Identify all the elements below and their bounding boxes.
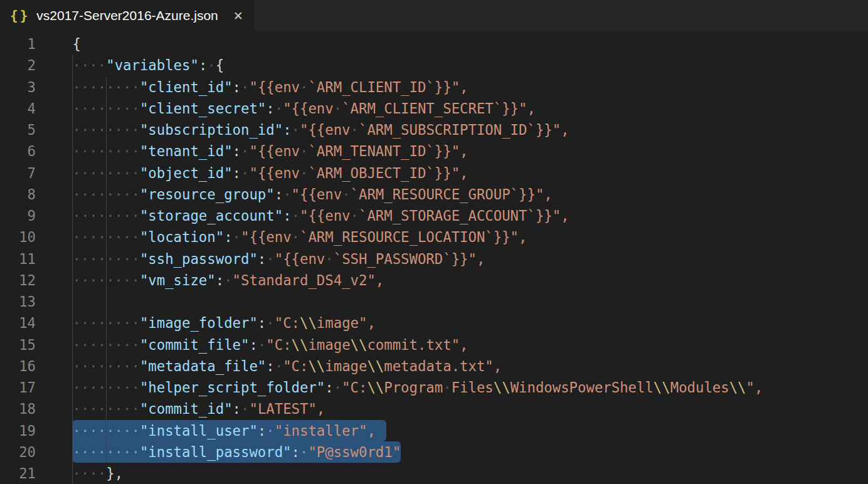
code-text: {	[36, 33, 81, 55]
code-text: ········"image_folder":·"C:\\image",	[36, 312, 376, 334]
code-text: ····},	[36, 463, 123, 484]
code-text: ········"ssh_password":·"{{env·`SSH_PASS…	[36, 248, 485, 270]
code-text: ········"tenant_id":·"{{env·`ARM_TENANT_…	[36, 140, 468, 162]
code-line[interactable]: 16········"metadata_file":·"C:\\image\\m…	[0, 355, 763, 377]
code-text: ········"helper_script_folder":·"C:\\Pro…	[36, 377, 763, 398]
line-number: 20	[0, 441, 36, 463]
line-number: 7	[0, 162, 36, 184]
code-text: ········"client_id":·"{{env·`ARM_CLIENT_…	[36, 76, 468, 98]
code-line[interactable]: 19········"install_user":·"installer",	[0, 420, 763, 441]
line-number: 6	[0, 140, 36, 162]
code-line[interactable]: 18········"commit_id":·"LATEST",	[0, 398, 763, 419]
code-text	[36, 291, 73, 312]
vscode-window: {} vs2017-Server2016-Azure.json ✕ 1{2···…	[0, 0, 868, 484]
json-braces-icon: {}	[10, 8, 29, 23]
code-text: ········"install_user":·"installer",	[36, 420, 376, 441]
code-line[interactable]: 12········"vm_size":·"Standard_DS4_v2",	[0, 270, 763, 291]
code-line[interactable]: 8········"resource_group":·"{{env·`ARM_R…	[0, 184, 763, 205]
code-text: ········"commit_file":·"C:\\image\\commi…	[36, 334, 468, 355]
code-line[interactable]: 4········"client_secret":·"{{env·`ARM_CL…	[0, 98, 763, 119]
tab-bar: {} vs2017-Server2016-Azure.json ✕	[0, 0, 868, 31]
code-text: ········"resource_group":·"{{env·`ARM_RE…	[36, 184, 553, 205]
close-icon[interactable]: ✕	[233, 10, 243, 22]
line-number: 2	[0, 55, 36, 76]
code-line[interactable]: 1{	[0, 33, 763, 55]
code-text: ········"client_secret":·"{{env·`ARM_CLI…	[36, 98, 536, 119]
code-text: ········"install_password":·"P@ssw0rd1"	[36, 441, 401, 463]
tab-vs2017-server2016-azure-json[interactable]: {} vs2017-Server2016-Azure.json ✕	[0, 0, 255, 31]
line-number: 9	[0, 205, 36, 226]
line-number: 1	[0, 33, 36, 55]
line-number: 21	[0, 463, 36, 484]
code-line[interactable]: 3········"client_id":·"{{env·`ARM_CLIENT…	[0, 76, 763, 98]
code-text: ········"subscription_id":·"{{env·`ARM_S…	[36, 119, 569, 140]
code-lines: 1{2····"variables":·{3········"client_id…	[0, 33, 763, 484]
line-number: 14	[0, 312, 36, 334]
code-line[interactable]: 9········"storage_account":·"{{env·`ARM_…	[0, 205, 763, 226]
code-line[interactable]: 6········"tenant_id":·"{{env·`ARM_TENANT…	[0, 140, 763, 162]
code-line[interactable]: 5········"subscription_id":·"{{env·`ARM_…	[0, 119, 763, 140]
line-number: 16	[0, 355, 36, 377]
code-line[interactable]: 10········"location":·"{{env·`ARM_RESOUR…	[0, 226, 763, 248]
line-number: 17	[0, 377, 36, 398]
line-number: 3	[0, 76, 36, 98]
line-number: 18	[0, 398, 36, 419]
code-line[interactable]: 15········"commit_file":·"C:\\image\\com…	[0, 334, 763, 355]
code-line[interactable]: 21····},	[0, 463, 763, 484]
line-number: 11	[0, 248, 36, 270]
code-line[interactable]: 13	[0, 291, 763, 312]
line-number: 19	[0, 420, 36, 441]
code-line[interactable]: 7········"object_id":·"{{env·`ARM_OBJECT…	[0, 162, 763, 184]
code-text: ····"variables":·{	[36, 55, 224, 76]
code-text: ········"metadata_file":·"C:\\image\\met…	[36, 355, 502, 377]
tab-title: vs2017-Server2016-Azure.json	[36, 8, 218, 23]
line-number: 4	[0, 98, 36, 119]
code-text: ········"commit_id":·"LATEST",	[36, 398, 325, 419]
code-text: ········"location":·"{{env·`ARM_RESOURCE…	[36, 226, 527, 248]
code-text: ········"storage_account":·"{{env·`ARM_S…	[36, 205, 569, 226]
code-line[interactable]: 2····"variables":·{	[0, 55, 763, 76]
line-number: 5	[0, 119, 36, 140]
line-number: 13	[0, 291, 36, 312]
line-number: 10	[0, 226, 36, 248]
code-editor[interactable]: 1{2····"variables":·{3········"client_id…	[0, 31, 868, 484]
code-line[interactable]: 20········"install_password":·"P@ssw0rd1…	[0, 441, 763, 463]
line-number: 15	[0, 334, 36, 355]
line-number: 12	[0, 270, 36, 291]
line-number: 8	[0, 184, 36, 205]
code-text: ········"vm_size":·"Standard_DS4_v2",	[36, 270, 384, 291]
code-text: ········"object_id":·"{{env·`ARM_OBJECT_…	[36, 162, 468, 184]
code-line[interactable]: 14········"image_folder":·"C:\\image",	[0, 312, 763, 334]
code-line[interactable]: 17········"helper_script_folder":·"C:\\P…	[0, 377, 763, 398]
code-line[interactable]: 11········"ssh_password":·"{{env·`SSH_PA…	[0, 248, 763, 270]
